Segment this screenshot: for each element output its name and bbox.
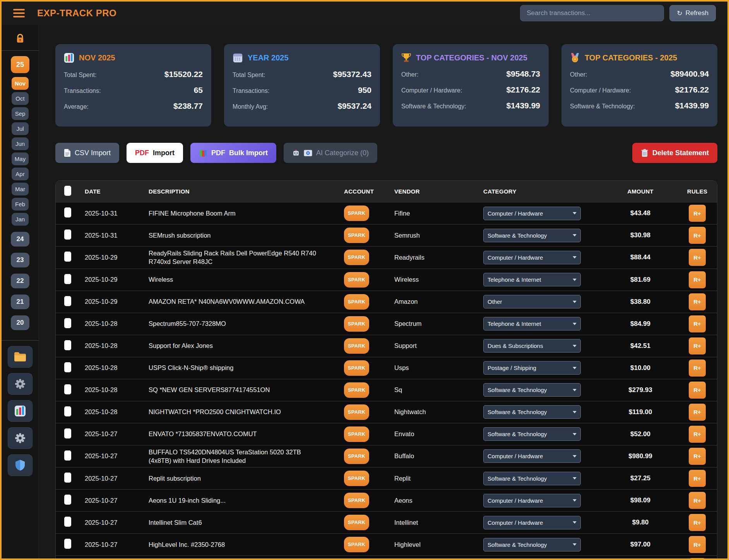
sidebar-month-button[interactable]: 22: [11, 274, 29, 288]
sidebar-month-button[interactable]: Feb: [12, 198, 29, 211]
transaction-date: 2025-10-27: [85, 452, 149, 460]
app-window: EXP-TRACK PRO ↻ Refresh 25NovOctSepJulJu…: [0, 0, 729, 560]
category-select[interactable]: Software & Technology: [483, 405, 581, 419]
sidebar-month-button[interactable]: Jul: [12, 122, 29, 135]
card-title: TOP CATEGORIES - NOV 2025: [416, 53, 527, 62]
stats-button[interactable]: [8, 400, 33, 422]
transaction-amount: $43.48: [603, 209, 681, 217]
row-checkbox[interactable]: [64, 406, 71, 416]
transaction-amount: $30.98: [603, 231, 681, 239]
sidebar-month-button[interactable]: Nov: [12, 77, 29, 90]
category-select[interactable]: Computer / Hardware: [483, 449, 581, 463]
select-all-checkbox[interactable]: [64, 186, 71, 196]
category-select[interactable]: Telephone & Internet: [483, 317, 581, 331]
row-checkbox[interactable]: [64, 428, 71, 438]
ai-categorize-button[interactable]: AI Categorize (0): [284, 143, 377, 163]
category-select[interactable]: Computer / Hardware: [483, 494, 581, 507]
category-select[interactable]: Computer / Hardware: [483, 207, 581, 220]
row-checkbox[interactable]: [64, 340, 71, 350]
row-checkbox[interactable]: [64, 252, 71, 262]
stat-label: Monthly Avg:: [233, 103, 268, 110]
add-rule-button[interactable]: R+: [689, 558, 706, 560]
preferences-button[interactable]: [8, 427, 33, 449]
account-badge: SPARK: [344, 360, 369, 376]
main-content: NOV 2025 Total Spent:$15520.22 Transacti…: [39, 25, 727, 558]
csv-import-button[interactable]: CSV Import: [55, 143, 119, 163]
sidebar-month-button[interactable]: Oct: [12, 92, 29, 105]
add-rule-button[interactable]: R+: [689, 315, 706, 332]
row-checkbox[interactable]: [64, 274, 71, 284]
sidebar-month-button[interactable]: May: [12, 152, 29, 165]
sidebar-month-button[interactable]: Mar: [12, 183, 29, 195]
category-selected-value: Telephone & Internet: [488, 276, 541, 283]
add-rule-button[interactable]: R+: [689, 249, 706, 266]
stat-label: Total Spent:: [64, 72, 97, 79]
category-select[interactable]: Dues & Subscriptions: [483, 339, 581, 353]
row-checkbox[interactable]: [64, 318, 71, 328]
refresh-button[interactable]: ↻ Refresh: [669, 5, 716, 21]
add-rule-button[interactable]: R+: [689, 536, 706, 553]
pdf-import-button[interactable]: PDF Import: [127, 143, 183, 163]
add-rule-button[interactable]: R+: [689, 382, 706, 399]
settings-button[interactable]: [8, 373, 33, 395]
add-rule-button[interactable]: R+: [689, 492, 706, 509]
stat-label: Average:: [64, 103, 89, 110]
sidebar-month-button[interactable]: 23: [11, 253, 29, 267]
table-row: 2025-10-27 Intellinet Slim Cat6... SPARK…: [56, 555, 717, 560]
category-select[interactable]: Software & Technology: [483, 427, 581, 441]
category-select[interactable]: Software & Technology: [483, 472, 581, 485]
add-rule-button[interactable]: R+: [689, 271, 706, 288]
add-rule-button[interactable]: R+: [689, 514, 706, 531]
security-button[interactable]: [8, 454, 33, 476]
sidebar-month-button[interactable]: 21: [11, 295, 29, 309]
row-checkbox[interactable]: [64, 495, 71, 505]
stat-value: 950: [358, 86, 371, 95]
delete-statement-button[interactable]: Delete Statement: [632, 143, 717, 163]
sidebar-month-button[interactable]: Sep: [12, 107, 29, 120]
add-rule-button[interactable]: R+: [689, 337, 706, 354]
sidebar-month-button[interactable]: Jun: [12, 137, 29, 150]
table-row: 2025-10-27 BUFFALO TS5420DN4804US TeraSt…: [56, 445, 717, 468]
category-select[interactable]: Computer / Hardware: [483, 516, 581, 529]
row-checkbox[interactable]: [64, 207, 71, 217]
add-rule-button[interactable]: R+: [689, 426, 706, 443]
sidebar-month-button[interactable]: Apr: [12, 168, 29, 180]
transaction-description: USPS Click-N-Ship® shipping: [149, 363, 340, 372]
category-select[interactable]: Postage / Shipping: [483, 361, 581, 375]
row-checkbox[interactable]: [64, 384, 71, 394]
category-select[interactable]: Software & Technology: [483, 383, 581, 397]
row-checkbox[interactable]: [64, 473, 71, 483]
add-rule-button[interactable]: R+: [689, 448, 706, 465]
transaction-description: SQ *NEW GEN SERVERS8774174551ON: [149, 385, 340, 394]
chevron-down-icon: [573, 411, 577, 413]
add-rule-button[interactable]: R+: [689, 470, 706, 487]
row-checkbox[interactable]: [64, 539, 71, 549]
search-input[interactable]: [520, 5, 664, 21]
row-checkbox[interactable]: [64, 450, 71, 461]
row-checkbox[interactable]: [64, 296, 71, 306]
row-checkbox[interactable]: [64, 229, 71, 240]
add-rule-button[interactable]: R+: [689, 360, 706, 377]
transaction-date: 2025-10-27: [85, 430, 149, 438]
pdf-bulk-import-button[interactable]: PDF Bulk Import: [190, 143, 276, 163]
row-checkbox[interactable]: [64, 362, 71, 372]
table-row: 2025-10-28 NIGHTWATCH *PRO2500 CNIGHTWAT…: [56, 401, 717, 423]
medal-icon: [570, 53, 580, 63]
add-rule-button[interactable]: R+: [689, 205, 706, 222]
add-rule-button[interactable]: R+: [689, 227, 706, 244]
hamburger-menu-icon[interactable]: [13, 9, 25, 17]
add-rule-button[interactable]: R+: [689, 404, 706, 421]
add-rule-button[interactable]: R+: [689, 293, 706, 310]
row-checkbox[interactable]: [64, 517, 71, 527]
sidebar-month-button[interactable]: Jan: [12, 213, 29, 226]
sidebar-month-button[interactable]: 20: [11, 315, 29, 330]
category-select[interactable]: Telephone & Internet: [483, 273, 581, 286]
sidebar-month-button[interactable]: 24: [11, 232, 29, 247]
transaction-description: SEMrush subscription: [149, 231, 340, 240]
category-select[interactable]: Other: [483, 295, 581, 308]
category-select[interactable]: Computer / Hardware: [483, 251, 581, 264]
category-select[interactable]: Software & Technology: [483, 229, 581, 242]
files-button[interactable]: [8, 346, 33, 368]
sidebar-month-button[interactable]: 25: [11, 56, 29, 73]
category-select[interactable]: Software & Technology: [483, 538, 581, 551]
